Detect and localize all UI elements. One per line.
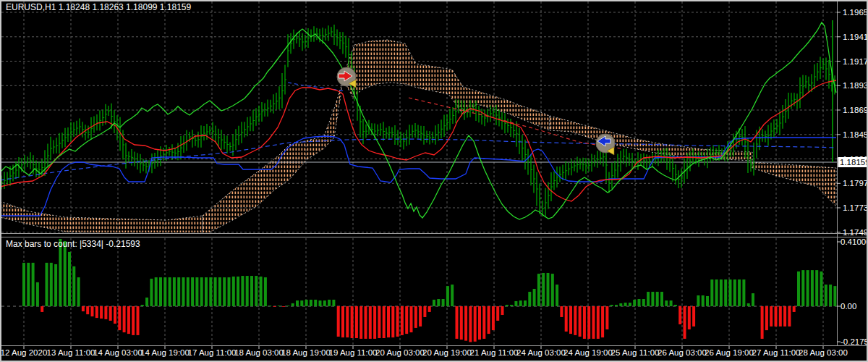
histogram-bar (697, 295, 699, 306)
time-axis-label[interactable]: 18 Aug 19:00 (281, 348, 331, 357)
histogram-bar (638, 299, 641, 306)
histogram-bar (815, 270, 818, 306)
histogram-bar (688, 306, 691, 329)
histogram-bar (765, 306, 768, 330)
histogram-bar (314, 300, 317, 306)
histogram-bar (150, 279, 153, 306)
time-axis-label[interactable]: 27 Aug 11:00 (752, 348, 801, 357)
histogram-bar (437, 299, 440, 306)
time-axis-label[interactable]: 26 Aug 03:00 (658, 348, 707, 357)
histogram-bar (583, 306, 586, 339)
histogram-bar (209, 277, 212, 306)
time-axis-label[interactable]: 24 Aug 03:00 (516, 348, 566, 357)
price-axis-label: 1.18935 (843, 81, 867, 90)
histogram-bar (260, 277, 263, 306)
price-axis-label: 1.19655 (843, 8, 867, 17)
current-price-box: 1.18159 (838, 157, 867, 167)
histogram-bar (547, 273, 550, 306)
histogram-bar (109, 306, 112, 321)
histogram-bar (264, 277, 267, 306)
histogram-bar (733, 279, 736, 306)
histogram-bar (442, 299, 445, 306)
time-axis-label[interactable]: 25 Aug 11:00 (611, 348, 660, 357)
time-axis-label[interactable]: 14 Aug 03:00 (93, 348, 142, 357)
histogram-bar (163, 277, 166, 306)
histogram-bar (177, 277, 180, 306)
histogram-bar (729, 279, 732, 306)
chart-window: 1.196551.194151.191751.189351.186951.184… (0, 0, 868, 362)
indicator-axis-label: 0.00 (841, 302, 856, 311)
histogram-bar (742, 279, 745, 306)
histogram-bar (218, 277, 221, 306)
time-axis-label[interactable]: 18 Aug 03:00 (234, 348, 284, 357)
time-axis-label[interactable]: 14 Aug 19:00 (140, 348, 190, 357)
histogram-bar (155, 277, 158, 306)
histogram-bar (556, 285, 558, 306)
histogram-bar (569, 306, 572, 334)
histogram-bar (419, 306, 422, 327)
time-axis-label[interactable]: 20 Aug 19:00 (422, 348, 472, 357)
histogram-bar (788, 306, 791, 327)
time-axis-label[interactable]: 19 Aug 11:00 (329, 348, 378, 357)
histogram-bar (296, 300, 299, 306)
histogram-bar (282, 306, 285, 307)
histogram-bar (456, 306, 459, 339)
histogram-bar (629, 303, 631, 306)
histogram-bar (519, 300, 522, 306)
time-axis-label[interactable]: 20 Aug 03:00 (375, 348, 425, 357)
histogram-bar (77, 277, 80, 306)
histogram-bar (665, 300, 668, 306)
histogram-bar (510, 305, 513, 306)
histogram-bar (579, 306, 582, 337)
histogram-bar (246, 276, 249, 306)
time-axis-label[interactable]: 26 Aug 19:00 (705, 348, 754, 357)
time-axis-label[interactable]: 12 Aug 2020 (1, 348, 47, 357)
histogram-bar (642, 299, 645, 306)
histogram-bar (359, 306, 362, 339)
histogram-bar (528, 292, 531, 306)
histogram-bar (228, 277, 231, 306)
histogram-bar (410, 306, 413, 332)
histogram-bar (278, 306, 281, 306)
histogram-bar (68, 252, 71, 306)
histogram-bar (474, 306, 477, 342)
histogram-bar (451, 285, 454, 306)
histogram-bar (752, 293, 754, 306)
time-axis-label[interactable]: 21 Aug 11:00 (470, 348, 519, 357)
histogram-bar (710, 279, 713, 306)
histogram-bar (337, 306, 340, 337)
histogram-bar (446, 286, 449, 306)
histogram-bar (715, 279, 718, 306)
histogram-bar (706, 296, 709, 306)
histogram-bar (323, 300, 326, 306)
histogram-bar (22, 263, 25, 306)
trading-chart-canvas[interactable]: 1.196551.194151.191751.189351.186951.184… (1, 1, 867, 361)
histogram-bar (820, 272, 823, 306)
histogram-bar (615, 305, 618, 306)
histogram-bar (378, 306, 380, 338)
histogram-bar (123, 306, 126, 332)
indicator-title: Max bars to count: |5334| -0.21593 (6, 239, 140, 249)
time-axis-label[interactable]: 13 Aug 11:00 (47, 348, 95, 357)
histogram-bar (355, 306, 358, 338)
time-axis-label[interactable]: 28 Aug 03:00 (799, 348, 848, 357)
histogram-bar (428, 306, 431, 312)
histogram-bar (605, 306, 608, 329)
time-axis-label[interactable]: 17 Aug 11:00 (188, 348, 237, 357)
histogram-bar (232, 277, 235, 306)
histogram-bar (383, 306, 386, 338)
histogram-bar (100, 306, 103, 319)
histogram-bar (214, 277, 217, 306)
histogram-bar (464, 306, 467, 341)
histogram-bar (50, 263, 53, 306)
time-axis-label[interactable]: 24 Aug 19:00 (563, 348, 613, 357)
current-price-value: 1.18159 (840, 158, 867, 167)
histogram-bar (169, 277, 171, 306)
histogram-bar (341, 306, 344, 337)
histogram-bar (537, 274, 540, 306)
histogram-bar (191, 277, 194, 306)
histogram-bar (574, 306, 576, 335)
histogram-bar (137, 306, 140, 335)
histogram-bar (159, 277, 162, 306)
histogram-bar (187, 277, 190, 306)
